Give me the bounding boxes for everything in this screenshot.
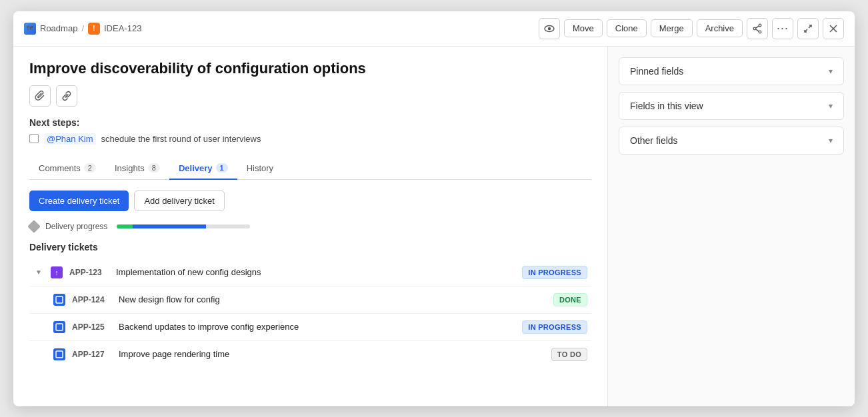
main-content: Improve discoverability of configuration… <box>13 47 608 406</box>
ticket-square-icon <box>55 323 63 331</box>
paperclip-icon <box>35 91 45 101</box>
ticket-title: Improve page rendering time <box>119 349 545 359</box>
idea-id-link[interactable]: IDEA-123 <box>104 23 141 33</box>
progress-blue <box>133 224 206 228</box>
tab-insights-count: 8 <box>148 163 160 173</box>
tabs-bar: Comments 2 Insights 8 Delivery 1 History <box>29 158 591 180</box>
delivery-tickets-title: Delivery tickets <box>29 242 591 252</box>
share-button[interactable] <box>747 18 768 39</box>
clone-button[interactable]: Clone <box>607 19 647 37</box>
create-delivery-ticket-button[interactable]: Create delivery ticket <box>29 191 129 211</box>
delivery-progress: Delivery progress <box>29 222 591 231</box>
ticket-id: APP-127 <box>72 350 112 359</box>
next-steps: Next steps: @Phan Kim schedule the first… <box>29 117 591 145</box>
modal-container: 🗺 Roadmap / ! IDEA-123 Move Clone Merge … <box>13 11 855 406</box>
svg-point-1 <box>548 27 551 29</box>
expand-icon <box>803 24 813 33</box>
delivery-progress-label: Delivery progress <box>45 222 107 231</box>
attachment-button[interactable] <box>29 85 51 107</box>
table-row: APP-127 Improve page rendering time TO D… <box>29 341 591 368</box>
tab-comments-label: Comments <box>39 163 81 173</box>
close-button[interactable] <box>823 18 844 39</box>
chevron-down-icon: ▾ <box>829 101 833 111</box>
tab-comments[interactable]: Comments 2 <box>29 158 105 180</box>
tab-comments-count: 2 <box>84 163 96 173</box>
svg-rect-12 <box>56 324 63 330</box>
expand-row-button[interactable]: ▼ <box>33 267 44 278</box>
ticket-title: Implementation of new config designs <box>116 267 515 277</box>
status-badge: IN PROGRESS <box>522 320 587 334</box>
ticket-type-icon <box>53 321 65 333</box>
tab-history[interactable]: History <box>237 158 283 180</box>
ticket-id: APP-125 <box>72 322 112 332</box>
breadcrumb: 🗺 Roadmap / ! IDEA-123 <box>24 23 141 35</box>
header-actions: Move Clone Merge Archive ··· <box>539 18 844 39</box>
other-fields-label: Other fields <box>630 135 678 146</box>
ticket-title: New design flow for config <box>119 294 547 304</box>
ticket-id: APP-123 <box>69 268 109 277</box>
status-badge: IN PROGRESS <box>522 266 587 279</box>
move-button[interactable]: Move <box>564 19 603 37</box>
svg-rect-11 <box>56 296 63 303</box>
mention-tag: @Phan Kim <box>44 133 96 145</box>
progress-green <box>117 224 133 228</box>
next-steps-text: schedule the first round of user intervi… <box>101 134 261 144</box>
svg-point-2 <box>759 24 761 27</box>
merge-button[interactable]: Merge <box>651 19 693 37</box>
expand-button[interactable] <box>797 18 819 39</box>
tab-history-label: History <box>247 163 273 173</box>
next-steps-label: Next steps: <box>29 117 591 128</box>
status-badge: TO DO <box>551 348 587 361</box>
pinned-fields-label: Pinned fields <box>630 66 683 77</box>
ticket-title: Backend updates to improve config experi… <box>119 322 515 332</box>
tab-delivery-count: 1 <box>216 163 228 173</box>
delivery-diamond-icon <box>27 220 41 233</box>
svg-point-3 <box>759 31 761 33</box>
progress-bar <box>117 224 250 228</box>
status-badge: DONE <box>553 293 587 306</box>
fields-in-view-label: Fields in this view <box>630 101 703 111</box>
ticket-type-icon <box>53 348 65 360</box>
pinned-fields-header[interactable]: Pinned fields ▾ <box>619 58 843 85</box>
table-row: ▼ ↑ APP-123 Implementation of new config… <box>29 259 591 286</box>
other-fields-header[interactable]: Other fields ▾ <box>619 127 843 154</box>
breadcrumb-separator: / <box>81 23 84 33</box>
close-icon <box>829 24 838 33</box>
modal-body: Improve discoverability of configuration… <box>13 47 855 406</box>
link-icon <box>61 91 72 101</box>
other-fields-section: Other fields ▾ <box>619 127 844 155</box>
toolbar-icons <box>29 85 591 107</box>
tab-delivery-label: Delivery <box>179 163 213 173</box>
ellipsis-icon: ··· <box>777 21 789 35</box>
tab-delivery[interactable]: Delivery 1 <box>169 158 237 180</box>
chevron-down-icon: ▾ <box>829 67 833 76</box>
svg-line-6 <box>756 29 759 31</box>
ticket-square-icon <box>55 350 63 358</box>
svg-line-5 <box>756 25 759 27</box>
ticket-square-icon <box>55 296 63 304</box>
roadmap-link[interactable]: Roadmap <box>40 23 77 33</box>
action-buttons: Create delivery ticket Add delivery tick… <box>29 191 591 211</box>
chevron-down-icon: ▾ <box>829 136 833 145</box>
tab-insights-label: Insights <box>115 163 145 173</box>
watch-button[interactable] <box>539 18 560 39</box>
ticket-type-icon: ↑ <box>51 266 63 278</box>
fields-in-view-header[interactable]: Fields in this view ▾ <box>619 93 843 119</box>
idea-icon: ! <box>88 23 100 35</box>
eye-icon <box>544 23 555 34</box>
modal-header: 🗺 Roadmap / ! IDEA-123 Move Clone Merge … <box>13 11 855 47</box>
delivery-tickets-list: ▼ ↑ APP-123 Implementation of new config… <box>29 259 591 368</box>
tab-insights[interactable]: Insights 8 <box>105 158 169 180</box>
link-button[interactable] <box>56 85 77 107</box>
more-options-button[interactable]: ··· <box>772 18 793 39</box>
pinned-fields-section: Pinned fields ▾ <box>619 57 844 85</box>
next-steps-checkbox[interactable] <box>29 134 39 143</box>
table-row: APP-124 New design flow for config DONE <box>29 286 591 314</box>
fields-in-view-section: Fields in this view ▾ <box>619 92 844 120</box>
table-row: APP-125 Backend updates to improve confi… <box>29 314 591 341</box>
add-delivery-ticket-button[interactable]: Add delivery ticket <box>134 191 225 211</box>
ticket-id: APP-124 <box>72 295 112 304</box>
archive-button[interactable]: Archive <box>697 19 743 37</box>
page-title: Improve discoverability of configuration… <box>29 60 591 77</box>
next-steps-item: @Phan Kim schedule the first round of us… <box>29 133 591 145</box>
